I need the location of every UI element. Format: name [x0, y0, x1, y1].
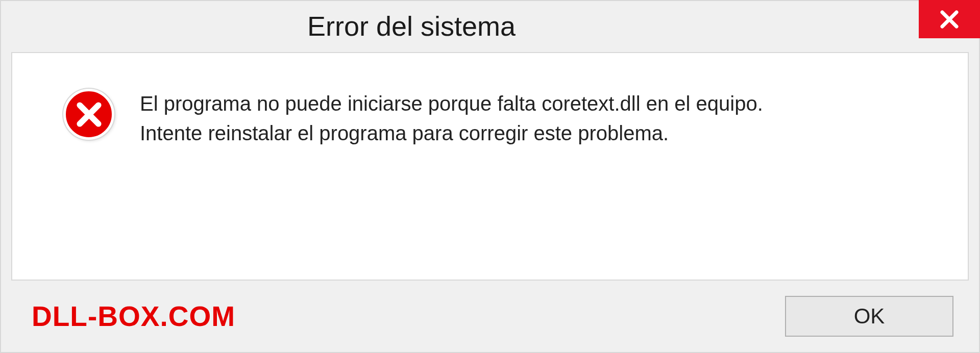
watermark-text: DLL-BOX.COM — [32, 300, 235, 333]
error-dialog: Error del sistema El programa no puede i… — [0, 0, 980, 353]
dialog-title: Error del sistema — [307, 1, 516, 42]
error-message: El programa no puede iniciarse porque fa… — [140, 89, 763, 148]
ok-button[interactable]: OK — [785, 296, 953, 337]
message-line-1: El programa no puede iniciarse porque fa… — [140, 89, 763, 118]
content-area: El programa no puede iniciarse porque fa… — [11, 52, 969, 281]
titlebar: Error del sistema — [1, 1, 979, 47]
close-button[interactable] — [919, 0, 980, 38]
close-icon — [939, 9, 960, 30]
message-line-2: Intente reinstalar el programa para corr… — [140, 118, 763, 148]
error-icon — [63, 89, 114, 140]
dialog-footer: DLL-BOX.COM OK — [1, 281, 979, 352]
